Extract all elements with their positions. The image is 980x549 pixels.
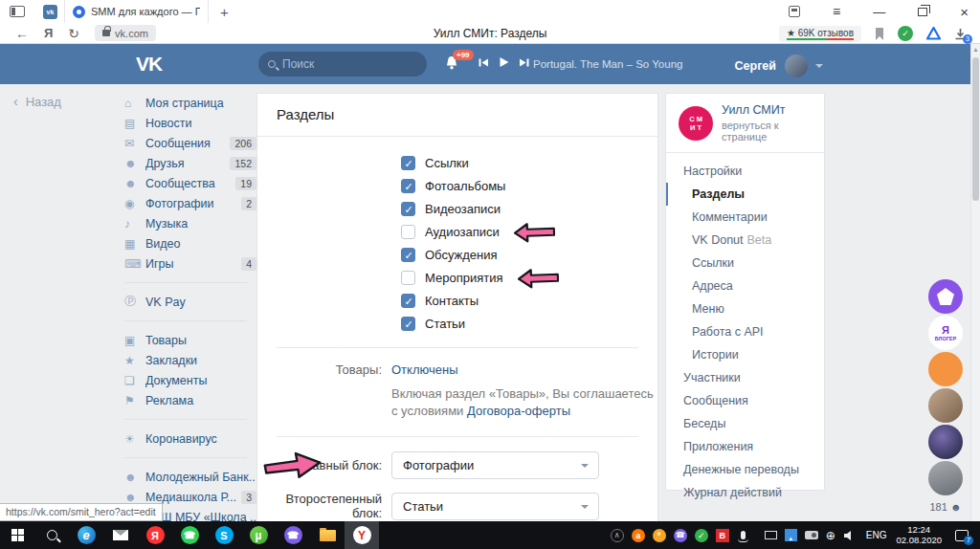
utorrent-app[interactable]: µ <box>241 521 276 549</box>
checkbox-events[interactable] <box>401 271 415 285</box>
menu-item-action-log[interactable]: Журнал действий <box>666 481 824 504</box>
sidebar-item-photos[interactable]: ◉Фотографии2 <box>124 193 256 213</box>
active-browser-tab[interactable]: SMM для каждого — През <box>65 0 209 23</box>
minimize-button[interactable]: — <box>873 5 885 19</box>
checkbox-photo-albums[interactable] <box>401 179 415 193</box>
yandex-disk-icon[interactable] <box>926 27 941 40</box>
offer-agreement-link[interactable]: Договора-оферты <box>467 404 570 418</box>
menu-item-money-transfers[interactable]: Денежные переводы <box>666 458 824 481</box>
start-button[interactable] <box>0 521 34 549</box>
now-playing-track[interactable]: Portugal. The Man – So Young <box>533 58 682 70</box>
sidebar-item-messages[interactable]: ✉Сообщения206 <box>124 133 256 153</box>
menu-item-messages[interactable]: Сообщения <box>666 389 824 412</box>
close-button[interactable]: × <box>960 4 969 20</box>
contact-avatar[interactable] <box>928 461 963 495</box>
menu-item-apps[interactable]: Приложения <box>666 435 824 458</box>
goods-status-link[interactable]: Отключены <box>391 362 457 377</box>
skype-app[interactable]: S <box>207 521 241 549</box>
secondary-block-select[interactable]: Статьи <box>391 493 599 520</box>
b-tray-icon[interactable]: B <box>716 529 729 542</box>
antivirus-check-tray-icon[interactable]: ✓ <box>695 529 708 542</box>
viber-tray-icon[interactable]: ☎ <box>674 529 687 542</box>
sidebar-item-vk-pay[interactable]: ⓅVK Pay <box>124 292 256 312</box>
menu-item-menu[interactable]: Меню <box>666 297 824 320</box>
menu-item-settings[interactable]: Настройки <box>666 160 824 183</box>
back-button[interactable]: ← <box>15 26 29 41</box>
checkbox-contacts[interactable] <box>401 294 415 308</box>
avast-tray-icon[interactable]: a <box>632 529 645 542</box>
restore-button[interactable] <box>918 8 927 16</box>
viber-app[interactable]: ☎ <box>276 521 310 549</box>
volume-icon[interactable] <box>843 530 855 541</box>
community-name[interactable]: Уилл СМИт <box>722 103 816 117</box>
projector-tray-icon[interactable] <box>805 531 818 539</box>
sidebar-item-market[interactable]: ▣Товары <box>124 330 256 350</box>
vk-search-input[interactable] <box>282 57 397 71</box>
vk-user-menu[interactable]: Сергей <box>735 55 823 77</box>
sidebar-item-friends[interactable]: ☻Друзья152 <box>124 153 256 173</box>
whatsapp-app[interactable]: ☎ <box>172 521 207 549</box>
bookmark-flag-icon[interactable] <box>875 28 884 40</box>
app-avatar[interactable] <box>928 352 963 386</box>
yandex-button[interactable]: Я <box>44 26 53 40</box>
taskbar-clock[interactable]: 12:2402.08.2020 <box>896 525 942 545</box>
sidebar-item-news[interactable]: ▤Новости <box>124 113 256 133</box>
sidebar-item-community-1[interactable]: ☻Молодежный Банк.. <box>124 467 256 487</box>
menu-item-api[interactable]: Работа с API <box>666 320 824 343</box>
pinned-tab-vk[interactable]: vk <box>36 0 65 23</box>
contact-avatar[interactable] <box>928 388 963 423</box>
menu-item-vk-donut[interactable]: VK DonutBeta <box>666 229 824 252</box>
menu-item-comments[interactable]: Комментарии <box>666 206 824 229</box>
checkbox-articles[interactable] <box>401 317 415 331</box>
next-track-icon[interactable] <box>519 57 529 68</box>
vk-logo[interactable]: VK <box>136 53 162 76</box>
play-icon[interactable] <box>499 56 509 68</box>
tab-groups-icon[interactable] <box>789 6 800 17</box>
hidden-icons-button[interactable]: ∧ <box>611 529 624 542</box>
notifications-bell-icon[interactable]: +99 <box>444 55 459 75</box>
scroll-up-arrow[interactable]: ▲ <box>971 44 980 55</box>
sidebar-item-video[interactable]: ▦Видео <box>124 233 256 253</box>
microphone-tray-icon[interactable] <box>737 531 757 539</box>
checkbox-audio[interactable] <box>401 225 415 239</box>
sidebar-item-bookmarks[interactable]: ★Закладки <box>124 350 256 370</box>
tray-app-icon[interactable]: * <box>653 529 666 542</box>
refresh-button[interactable]: ↻ <box>68 26 79 41</box>
vk-search-box[interactable] <box>258 52 427 77</box>
main-block-select[interactable]: Фотографии <box>391 451 599 479</box>
menu-item-members[interactable]: Участники <box>666 366 824 389</box>
previous-track-icon[interactable] <box>479 57 489 68</box>
app-avatar[interactable] <box>928 279 963 314</box>
action-center-icon[interactable]: 7 <box>955 530 969 541</box>
sidebar-item-music[interactable]: ♪Музыка <box>124 213 256 233</box>
vk-back-link[interactable]: ‹Назад <box>13 94 61 109</box>
keyboard-language[interactable]: ENG <box>866 530 887 540</box>
blogger-avatar[interactable]: ЯБЛОГЕР <box>928 316 963 350</box>
menu-item-sections[interactable]: Разделы <box>666 183 824 206</box>
network-globe-icon[interactable]: ⊕ <box>826 529 835 542</box>
sidebar-item-games[interactable]: ⌨Игры4 <box>124 253 256 274</box>
menu-item-chats[interactable]: Беседы <box>666 412 824 435</box>
contact-avatar[interactable] <box>928 425 963 459</box>
scrollbar-thumb[interactable] <box>972 57 979 201</box>
file-explorer-app[interactable] <box>310 521 345 549</box>
checkbox-videos[interactable] <box>401 202 415 216</box>
edge-app[interactable]: e <box>69 521 103 549</box>
sidebar-item-ads[interactable]: ⚑Реклама <box>124 390 256 410</box>
display-tray-icon[interactable] <box>765 531 777 539</box>
yandex-browser-app[interactable]: Y <box>345 521 379 549</box>
sidebar-item-documents[interactable]: ❏Документы <box>124 370 256 390</box>
menu-item-stories[interactable]: Истории <box>666 343 824 366</box>
url-pill[interactable]: vk.com <box>95 25 156 41</box>
taskbar-search-button[interactable] <box>34 521 69 549</box>
checkbox-links[interactable] <box>401 156 415 170</box>
new-tab-button[interactable]: + <box>209 4 240 20</box>
community-header[interactable]: С МИ Т Уилл СМИт вернуться к странице <box>666 94 824 153</box>
menu-item-addresses[interactable]: Адреса <box>666 274 824 297</box>
sidebar-item-my-page[interactable]: ⌂Моя страница <box>124 93 256 113</box>
mail-app[interactable] <box>103 521 138 549</box>
yandex-app[interactable]: Я <box>138 521 172 549</box>
reviews-badge[interactable]: ★ 69K отзывов <box>779 26 861 42</box>
protect-shield-icon[interactable]: ✓ <box>898 26 913 41</box>
tab-panel-icon[interactable] <box>10 6 25 17</box>
